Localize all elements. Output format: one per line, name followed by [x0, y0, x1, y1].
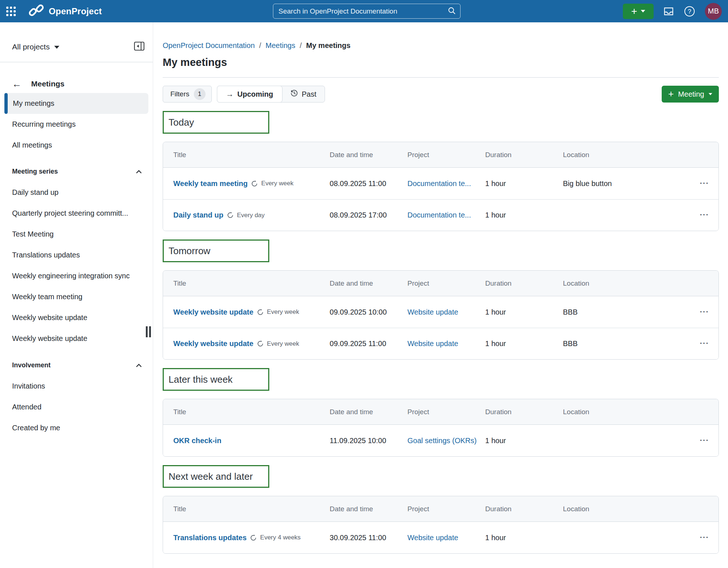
- sidebar-item-weekly-team-meeting[interactable]: Weekly team meeting: [0, 286, 153, 307]
- sidebar-item-test-meeting[interactable]: Test Meeting: [0, 224, 153, 245]
- app-grid-icon[interactable]: [6, 7, 16, 16]
- col-header-location: Location: [563, 279, 686, 287]
- row-overflow-menu-icon[interactable]: ···: [700, 308, 709, 316]
- sidebar-resize-handle[interactable]: [146, 326, 151, 337]
- col-header-date: Date and time: [330, 505, 407, 513]
- col-header-location: Location: [563, 505, 686, 513]
- chevron-up-icon: [136, 361, 142, 369]
- search-input[interactable]: [273, 7, 448, 15]
- project-link[interactable]: Website update: [407, 339, 458, 348]
- search-icon[interactable]: [448, 7, 456, 16]
- meeting-duration: 1 hour: [485, 211, 563, 219]
- sidebar-item-weekly-engineering-sync[interactable]: Weekly engineering integration sync: [0, 266, 153, 286]
- openproject-logo[interactable]: OpenProject: [27, 4, 102, 19]
- project-link[interactable]: Website update: [407, 308, 458, 316]
- col-header-project: Project: [407, 505, 485, 513]
- sidebar-nav: My meetings Recurring meetings All meeti…: [0, 93, 153, 438]
- sidebar-section-involvement[interactable]: Involvement: [0, 355, 153, 376]
- row-overflow-menu-icon[interactable]: ···: [700, 437, 709, 445]
- filters-label: Filters: [170, 90, 189, 98]
- recurring-meeting-icon: [257, 309, 264, 316]
- meeting-location: BBB: [563, 339, 686, 348]
- meeting-title-link[interactable]: Weekly website update: [173, 308, 254, 316]
- sidebar-item-daily-stand-up[interactable]: Daily stand up: [0, 182, 153, 203]
- sidebar-item-label: Weekly engineering integration sync: [12, 272, 130, 280]
- meeting-duration: 1 hour: [485, 437, 563, 445]
- help-icon[interactable]: ?: [684, 5, 695, 17]
- sidebar-item-translations-updates[interactable]: Translations updates: [0, 245, 153, 266]
- section-heading-next-week: Next week and later: [163, 465, 269, 488]
- back-arrow-icon[interactable]: ←: [12, 79, 22, 89]
- breadcrumb-current: My meetings: [306, 41, 351, 50]
- sidebar-section-meeting-series[interactable]: Meeting series: [0, 161, 153, 182]
- meeting-duration: 1 hour: [485, 308, 563, 316]
- breadcrumb-link-documentation[interactable]: OpenProject Documentation: [163, 41, 255, 50]
- sidebar-item-weekly-website-update-1[interactable]: Weekly website update: [0, 307, 153, 328]
- inbox-icon[interactable]: [663, 6, 674, 16]
- filters-button[interactable]: Filters 1: [163, 86, 212, 103]
- breadcrumb: OpenProject Documentation / Meetings / M…: [163, 41, 719, 50]
- project-link[interactable]: Documentation te...: [407, 211, 471, 219]
- sidebar-section-label: Involvement: [12, 361, 51, 369]
- project-link[interactable]: Goal settings (OKRs): [407, 437, 477, 445]
- project-selector-label: All projects: [12, 42, 50, 51]
- breadcrumb-link-meetings[interactable]: Meetings: [266, 41, 295, 50]
- global-search: [273, 4, 461, 19]
- row-overflow-menu-icon[interactable]: ···: [700, 211, 709, 219]
- section-heading-later-this-week: Later this week: [163, 368, 269, 391]
- sidebar-item-label: Invitations: [12, 382, 45, 390]
- tab-past-label: Past: [302, 90, 317, 99]
- sidebar-item-label: My meetings: [13, 99, 54, 108]
- tab-upcoming[interactable]: → Upcoming: [217, 86, 282, 103]
- meeting-title-link[interactable]: Daily stand up: [173, 211, 223, 219]
- upcoming-past-toggle: → Upcoming Past: [217, 86, 325, 103]
- project-selector[interactable]: All projects: [12, 42, 59, 51]
- chevron-down-icon: [54, 46, 59, 49]
- sidebar-item-invitations[interactable]: Invitations: [0, 376, 153, 397]
- recurrence-label: Every 4 weeks: [260, 534, 301, 541]
- collapse-sidebar-icon[interactable]: [134, 41, 145, 52]
- sidebar: All projects ← Meetings My meetings: [0, 22, 153, 568]
- global-add-button[interactable]: +: [623, 4, 654, 19]
- section-heading-today: Today: [163, 111, 269, 134]
- meeting-datetime: 30.09.2025 11:00: [330, 534, 407, 542]
- meeting-title-link[interactable]: Translations updates: [173, 534, 247, 542]
- row-overflow-menu-icon[interactable]: ···: [700, 339, 709, 348]
- table-header-row: Title Date and time Project Duration Loc…: [163, 142, 718, 168]
- filters-count-badge: 1: [194, 88, 206, 100]
- avatar[interactable]: MB: [705, 3, 722, 20]
- meeting-datetime: 09.09.2025 11:00: [330, 339, 407, 348]
- project-link[interactable]: Documentation te...: [407, 179, 471, 188]
- project-link[interactable]: Website update: [407, 534, 458, 542]
- recurrence-label: Every week: [267, 340, 299, 348]
- recurrence-label: Every week: [267, 308, 299, 316]
- sidebar-item-attended[interactable]: Attended: [0, 397, 153, 417]
- sidebar-item-weekly-website-update-2[interactable]: Weekly website update: [0, 328, 153, 349]
- col-header-date: Date and time: [330, 151, 407, 159]
- sidebar-item-my-meetings[interactable]: My meetings: [4, 93, 148, 114]
- meeting-location: Big blue button: [563, 179, 686, 188]
- sidebar-item-quarterly-steering[interactable]: Quarterly project steering committ...: [0, 203, 153, 224]
- plus-icon: +: [668, 89, 674, 99]
- breadcrumb-separator: /: [259, 41, 261, 50]
- sidebar-item-created-by-me[interactable]: Created by me: [0, 417, 153, 438]
- col-header-project: Project: [407, 408, 485, 416]
- col-header-duration: Duration: [485, 505, 563, 513]
- sidebar-item-all-meetings[interactable]: All meetings: [0, 135, 153, 156]
- col-header-duration: Duration: [485, 408, 563, 416]
- page-title: My meetings: [163, 56, 719, 68]
- recurring-meeting-icon: [251, 180, 258, 187]
- sidebar-item-recurring-meetings[interactable]: Recurring meetings: [0, 114, 153, 135]
- main-content: OpenProject Documentation / Meetings / M…: [154, 22, 728, 568]
- openproject-logo-icon: [27, 4, 45, 19]
- meeting-title-link[interactable]: OKR check-in: [173, 437, 221, 445]
- col-header-title: Title: [163, 151, 330, 159]
- meeting-duration: 1 hour: [485, 339, 563, 348]
- tab-past[interactable]: Past: [282, 86, 325, 102]
- meeting-title-link[interactable]: Weekly team meeting: [173, 179, 248, 188]
- meeting-title-link[interactable]: Weekly website update: [173, 339, 254, 348]
- row-overflow-menu-icon[interactable]: ···: [700, 534, 709, 542]
- recurrence-label: Every week: [261, 180, 293, 187]
- new-meeting-button[interactable]: + Meeting: [662, 86, 719, 103]
- row-overflow-menu-icon[interactable]: ···: [700, 179, 709, 188]
